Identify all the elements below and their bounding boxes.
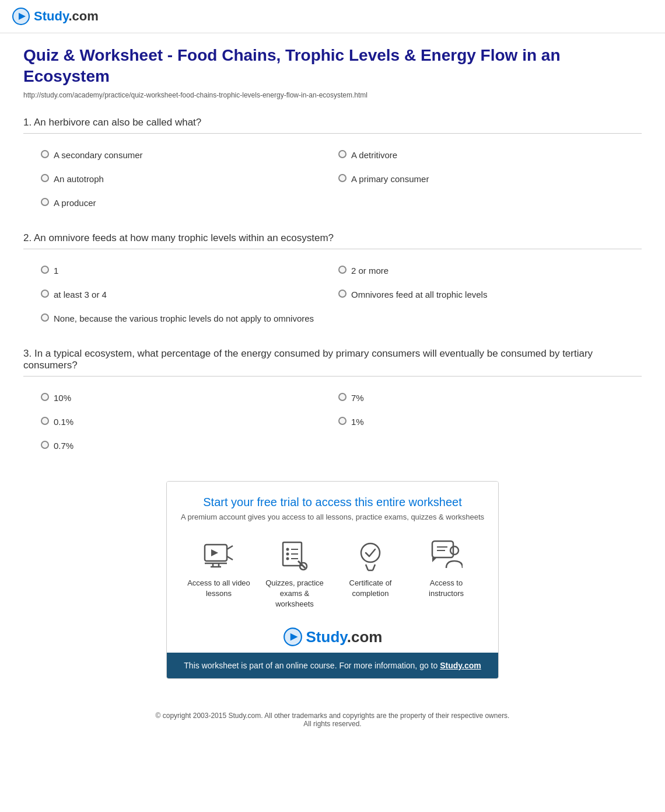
answer-option[interactable]: 2 or more bbox=[332, 259, 630, 283]
promo-header: Start your free trial to access this ent… bbox=[167, 482, 498, 527]
feature-certificate-label: Certificate of completion bbox=[338, 578, 402, 599]
quiz-icon bbox=[278, 539, 311, 571]
logo-text: Study.com bbox=[34, 9, 99, 24]
svg-point-16 bbox=[286, 557, 289, 560]
promo-box: Start your free trial to access this ent… bbox=[166, 481, 499, 679]
radio-button[interactable] bbox=[338, 150, 346, 158]
radio-button[interactable] bbox=[41, 290, 49, 298]
answer-label: A producer bbox=[54, 197, 96, 209]
instructor-icon bbox=[430, 539, 463, 571]
answer-label: 1 bbox=[54, 264, 58, 277]
answer-label: 1% bbox=[351, 416, 364, 428]
svg-line-9 bbox=[227, 546, 233, 549]
video-icon bbox=[202, 539, 235, 571]
page-url: http://study.com/academy/practice/quiz-w… bbox=[23, 91, 642, 99]
promo-logo-image: Study.com bbox=[173, 627, 492, 647]
answer-label: 10% bbox=[54, 392, 71, 404]
radio-button[interactable] bbox=[41, 266, 49, 274]
feature-quiz-label: Quizzes, practice exams & worksheets bbox=[262, 578, 327, 610]
answer-option[interactable]: A primary consumer bbox=[332, 167, 630, 191]
promo-banner-text: This worksheet is part of an online cour… bbox=[184, 661, 438, 670]
radio-button[interactable] bbox=[41, 313, 49, 322]
question-3-text: 3. In a typical ecosystem, what percenta… bbox=[23, 348, 642, 377]
answer-label: at least 3 or 4 bbox=[54, 288, 107, 301]
radio-button[interactable] bbox=[338, 393, 346, 401]
question-1-answers: A secondary consumer A detritivore An au… bbox=[23, 143, 642, 215]
answer-option[interactable]: 10% bbox=[35, 386, 332, 410]
promo-logo: Study.com bbox=[167, 621, 498, 653]
answer-option[interactable]: 7% bbox=[332, 386, 630, 410]
answer-option[interactable]: A secondary consumer bbox=[35, 143, 332, 167]
svg-point-20 bbox=[361, 543, 380, 562]
promo-logo-text: Study.com bbox=[306, 628, 383, 646]
promo-banner: This worksheet is part of an online cour… bbox=[167, 653, 498, 678]
footer: © copyright 2003-2015 Study.com. All oth… bbox=[23, 702, 642, 737]
radio-button[interactable] bbox=[338, 290, 346, 298]
feature-certificate: Certificate of completion bbox=[338, 539, 402, 610]
answer-option[interactable]: A producer bbox=[35, 191, 332, 215]
studycom-logo-icon bbox=[12, 7, 30, 26]
feature-instructor: Access to instructors bbox=[414, 539, 478, 610]
svg-point-14 bbox=[286, 552, 289, 555]
feature-video-label: Access to all video lessons bbox=[187, 578, 251, 599]
svg-point-28 bbox=[450, 546, 459, 555]
answer-option[interactable]: at least 3 or 4 bbox=[35, 283, 332, 306]
radio-button[interactable] bbox=[338, 417, 346, 425]
promo-title: Start your free trial to access this ent… bbox=[178, 496, 487, 509]
site-header: Study.com bbox=[0, 0, 665, 33]
radio-button[interactable] bbox=[41, 393, 49, 401]
answer-option[interactable]: A detritivore bbox=[332, 143, 630, 167]
answer-label: A primary consumer bbox=[351, 173, 429, 185]
answer-label: 2 or more bbox=[351, 264, 388, 277]
svg-line-22 bbox=[373, 564, 375, 570]
radio-button[interactable] bbox=[41, 150, 49, 158]
answer-label: Omnivores feed at all trophic levels bbox=[351, 288, 487, 301]
promo-banner-link[interactable]: Study.com bbox=[440, 661, 481, 670]
answer-label: A detritivore bbox=[351, 149, 397, 161]
answer-option[interactable]: 1 bbox=[35, 259, 332, 283]
radio-button[interactable] bbox=[41, 198, 49, 206]
promo-studycom-icon bbox=[283, 627, 303, 647]
answer-label: 0.1% bbox=[54, 416, 74, 428]
svg-marker-4 bbox=[211, 549, 218, 556]
radio-button[interactable] bbox=[338, 266, 346, 274]
feature-video: Access to all video lessons bbox=[187, 539, 251, 610]
page-title: Quiz & Worksheet - Food Chains, Trophic … bbox=[23, 45, 642, 88]
radio-button[interactable] bbox=[41, 441, 49, 449]
promo-features: Access to all video lessons Quizzes, pra… bbox=[167, 527, 498, 622]
footer-text2: All rights reserved. bbox=[33, 720, 632, 728]
answer-option[interactable]: 1% bbox=[332, 410, 630, 434]
question-3: 3. In a typical ecosystem, what percenta… bbox=[23, 348, 642, 458]
answer-label: None, because the various trophic levels… bbox=[54, 312, 314, 325]
radio-button[interactable] bbox=[338, 174, 346, 182]
question-3-answers: 10% 7% 0.1% 1% 0.7% bbox=[23, 386, 642, 458]
answer-option[interactable]: Omnivores feed at all trophic levels bbox=[332, 283, 630, 306]
svg-line-21 bbox=[366, 564, 368, 570]
answer-label: 0.7% bbox=[54, 440, 74, 452]
answer-label: A secondary consumer bbox=[54, 149, 143, 161]
footer-text: © copyright 2003-2015 Study.com. All oth… bbox=[33, 712, 632, 720]
promo-subtitle: A premium account gives you access to al… bbox=[178, 513, 487, 521]
main-content: Quiz & Worksheet - Food Chains, Trophic … bbox=[0, 33, 665, 749]
answer-option[interactable]: An autotroph bbox=[35, 167, 332, 191]
svg-point-12 bbox=[286, 548, 289, 550]
question-2-text: 2. An omnivore feeds at how many trophic… bbox=[23, 232, 642, 249]
feature-quiz: Quizzes, practice exams & worksheets bbox=[262, 539, 327, 610]
certificate-icon bbox=[354, 539, 387, 571]
answer-label: 7% bbox=[351, 392, 364, 404]
question-1: 1. An herbivore can also be called what?… bbox=[23, 117, 642, 215]
answer-option[interactable]: 0.1% bbox=[35, 410, 332, 434]
logo-container: Study.com bbox=[12, 7, 653, 26]
answer-option[interactable]: 0.7% bbox=[35, 434, 332, 458]
feature-instructor-label: Access to instructors bbox=[414, 578, 478, 599]
svg-marker-27 bbox=[432, 557, 437, 562]
answer-label: An autotroph bbox=[54, 173, 104, 185]
question-2: 2. An omnivore feeds at how many trophic… bbox=[23, 232, 642, 330]
radio-button[interactable] bbox=[41, 174, 49, 182]
svg-line-10 bbox=[227, 556, 233, 560]
answer-option[interactable]: None, because the various trophic levels… bbox=[35, 306, 332, 330]
question-1-text: 1. An herbivore can also be called what? bbox=[23, 117, 642, 134]
radio-button[interactable] bbox=[41, 417, 49, 425]
question-2-answers: 1 2 or more at least 3 or 4 Omnivores fe… bbox=[23, 259, 642, 330]
